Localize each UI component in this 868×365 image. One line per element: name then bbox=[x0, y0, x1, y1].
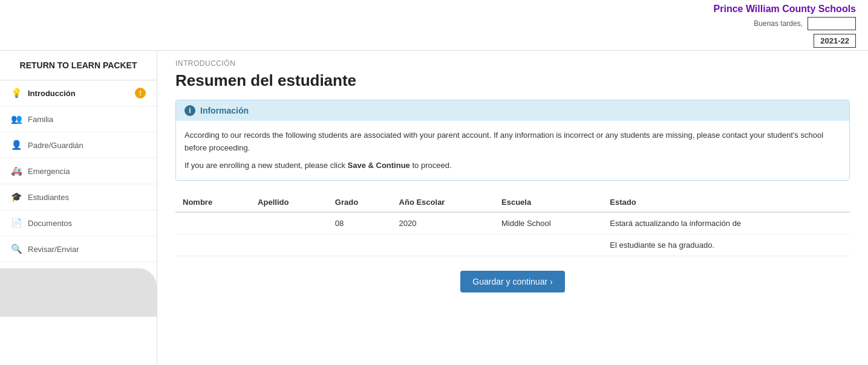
info-circle-icon: i bbox=[184, 105, 195, 116]
cell-escuela-1: Middle School bbox=[494, 212, 602, 234]
search-icon: 🔍 bbox=[11, 244, 22, 254]
sidebar-label-emergencia: Emergencia bbox=[28, 167, 70, 176]
student-table: Nombre Apellido Grado Año Escolar Escuel… bbox=[175, 193, 850, 256]
page-wrapper: Prince William County Schools Buenas tar… bbox=[0, 0, 868, 365]
section-label: INTRODUCCIÓN bbox=[175, 51, 850, 71]
cell-ano-1: 2020 bbox=[392, 212, 494, 234]
document-icon: 📄 bbox=[11, 218, 22, 228]
greeting-text: Buenas tardes, bbox=[754, 19, 803, 28]
cell-nombre-2 bbox=[175, 234, 250, 256]
sidebar-item-familia[interactable]: 👥 Familia bbox=[0, 106, 157, 132]
family-icon: 👥 bbox=[11, 114, 22, 124]
cell-grado-1: 08 bbox=[328, 212, 392, 234]
table-row: El estudiante se ha graduado. bbox=[175, 234, 850, 256]
sidebar-item-estudiantes[interactable]: 🎓 Estudiantes bbox=[0, 184, 157, 210]
year-badge: 2021-22 bbox=[814, 34, 856, 48]
col-nombre: Nombre bbox=[175, 193, 250, 212]
info-text-line1: According to our records the following s… bbox=[184, 129, 841, 155]
table-row: 08 2020 Middle School Estará actualizand… bbox=[175, 212, 850, 234]
col-grado: Grado bbox=[328, 193, 392, 212]
cell-apellido-1 bbox=[250, 212, 328, 234]
sidebar-item-padre-guardian[interactable]: 👤 Padre/Guardián bbox=[0, 132, 157, 158]
page-title: Resumen del estudiante bbox=[175, 71, 850, 90]
cell-grado-2 bbox=[328, 234, 392, 256]
sidebar-item-introduccion[interactable]: 💡 Introducción ! bbox=[0, 80, 157, 106]
sidebar-label-introduccion: Introducción bbox=[28, 89, 76, 98]
ambulance-icon: 🚑 bbox=[11, 166, 22, 176]
greeting-row: Buenas tardes, bbox=[754, 17, 856, 30]
col-apellido: Apellido bbox=[250, 193, 328, 212]
header-right: Prince William County Schools Buenas tar… bbox=[714, 4, 856, 48]
info-box: i Información According to our records t… bbox=[175, 100, 850, 181]
sidebar-footer bbox=[0, 268, 157, 317]
sidebar-item-emergencia[interactable]: 🚑 Emergencia bbox=[0, 158, 157, 184]
person-icon: 👤 bbox=[11, 140, 22, 150]
save-continue-button[interactable]: Guardar y continuar › bbox=[460, 271, 564, 292]
table-header: Nombre Apellido Grado Año Escolar Escuel… bbox=[175, 193, 850, 212]
content-area: INTRODUCCIÓN Resumen del estudiante i In… bbox=[157, 51, 868, 365]
col-estado: Estado bbox=[602, 193, 850, 212]
info-box-title: Información bbox=[200, 106, 249, 115]
main-layout: RETURN TO LEARN PACKET 💡 Introducción ! … bbox=[0, 51, 868, 365]
sidebar-title: RETURN TO LEARN PACKET bbox=[0, 51, 157, 80]
sidebar-label-familia: Familia bbox=[28, 115, 53, 124]
graduation-icon: 🎓 bbox=[11, 192, 22, 202]
user-name-input[interactable] bbox=[808, 17, 856, 30]
sidebar-label-documentos: Documentos bbox=[28, 219, 72, 228]
cell-nombre-1 bbox=[175, 212, 250, 234]
sidebar-badge-introduccion: ! bbox=[135, 88, 146, 99]
info-box-body: According to our records the following s… bbox=[176, 121, 849, 180]
sidebar: RETURN TO LEARN PACKET 💡 Introducción ! … bbox=[0, 51, 157, 365]
col-escuela: Escuela bbox=[494, 193, 602, 212]
sidebar-label-revisar-enviar: Revisar/Enviar bbox=[28, 245, 79, 254]
sidebar-label-padre-guardian: Padre/Guardián bbox=[28, 141, 83, 150]
info-text-line2: If you are enrolling a new student, plea… bbox=[184, 160, 841, 172]
sidebar-item-documentos[interactable]: 📄 Documentos bbox=[0, 210, 157, 236]
cell-ano-2 bbox=[392, 234, 494, 256]
sidebar-label-estudiantes: Estudiantes bbox=[28, 193, 69, 202]
school-name: Prince William County Schools bbox=[714, 4, 856, 15]
light-bulb-icon: 💡 bbox=[11, 88, 22, 99]
cell-escuela-2 bbox=[494, 234, 602, 256]
sidebar-item-revisar-enviar[interactable]: 🔍 Revisar/Enviar bbox=[0, 236, 157, 262]
info-box-header: i Información bbox=[176, 100, 849, 121]
cell-estado-1: Estará actualizando la información de bbox=[602, 212, 850, 234]
table-body: 08 2020 Middle School Estará actualizand… bbox=[175, 212, 850, 256]
cell-apellido-2 bbox=[250, 234, 328, 256]
button-row: Guardar y continuar › bbox=[175, 271, 850, 292]
header: Prince William County Schools Buenas tar… bbox=[0, 0, 868, 51]
col-ano-escolar: Año Escolar bbox=[392, 193, 494, 212]
cell-estado-2: El estudiante se ha graduado. bbox=[602, 234, 850, 256]
